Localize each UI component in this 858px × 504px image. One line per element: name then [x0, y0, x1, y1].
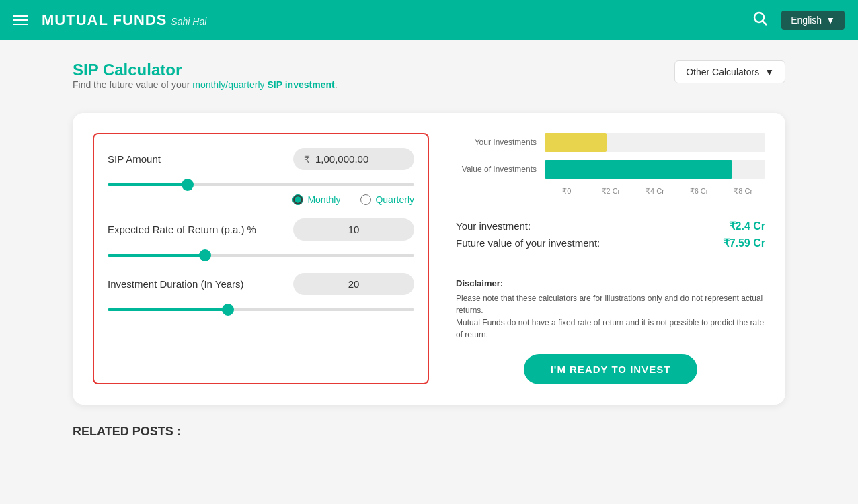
duration-label: Investment Duration (In Years): [108, 278, 244, 290]
other-calculators-button[interactable]: Other Calculators ▼: [674, 60, 785, 83]
disclaimer-title: Disclaimer:: [456, 278, 765, 288]
investments-bar-container: [545, 133, 765, 152]
duration-input[interactable]: [293, 273, 414, 295]
sip-amount-input-box[interactable]: ₹ 1,00,000.00: [293, 148, 414, 170]
related-title: RELATED POSTS :: [73, 425, 181, 438]
investment-result-label: Your investment:: [456, 220, 531, 232]
language-selector[interactable]: English ▼: [781, 11, 845, 30]
rate-slider[interactable]: [108, 254, 414, 257]
dropdown-arrow: ▼: [826, 15, 835, 26]
menu-icon[interactable]: [13, 15, 28, 25]
main-header: MUTUAL FUNDS Sahi Hai English ▼: [0, 0, 858, 40]
value-bar-container: [545, 160, 765, 179]
duration-group: Investment Duration (In Years): [108, 273, 414, 314]
results-section: Your investment: ₹2.4 Cr Future value of…: [456, 220, 765, 253]
disclaimer-line1: Please note that these calculators are f…: [456, 292, 765, 317]
axis-0: ₹0: [545, 187, 589, 196]
language-label: English: [791, 15, 822, 26]
rate-label: Expected Rate of Return (p.a.) %: [108, 224, 256, 235]
dropdown-chevron-icon: ▼: [765, 67, 774, 77]
duration-row: Investment Duration (In Years): [108, 273, 414, 295]
investments-chart-label: Your Investments: [456, 138, 537, 147]
svg-line-1: [763, 22, 767, 26]
calculator-inputs: SIP Amount ₹ 1,00,000.00 Monthly: [93, 133, 429, 384]
rate-row: Expected Rate of Return (p.a.) %: [108, 218, 414, 241]
investments-bar: [545, 133, 607, 152]
search-icon[interactable]: [752, 10, 768, 30]
related-section: RELATED POSTS :: [73, 425, 785, 439]
disclaimer-line2: Mutual Funds do not have a fixed rate of…: [456, 317, 765, 341]
calculator-card: SIP Amount ₹ 1,00,000.00 Monthly: [73, 113, 785, 405]
rate-slider-container: [108, 247, 414, 259]
logo-main-text: MUTUAL FUNDS: [42, 11, 167, 29]
subtitle: Find the future value of your monthly/qu…: [73, 79, 338, 90]
chart-results-panel: Your Investments Value of Investments ₹0…: [456, 133, 765, 384]
sip-amount-value: 1,00,000.00: [315, 153, 368, 165]
disclaimer-section: Disclaimer: Please note that these calcu…: [456, 267, 765, 341]
page-title-area: SIP Calculator Find the future value of …: [73, 60, 338, 106]
monthly-radio[interactable]: [292, 194, 303, 205]
value-bar: [545, 160, 732, 179]
quarterly-label: Quarterly: [375, 194, 414, 205]
invest-button[interactable]: I'M READY TO INVEST: [524, 354, 698, 384]
subtitle-before: Find the future value of your: [73, 79, 192, 90]
rupee-symbol: ₹: [304, 154, 310, 165]
main-content: SIP Calculator Find the future value of …: [59, 40, 799, 459]
value-chart-label: Value of Investments: [456, 165, 537, 174]
subtitle-link: SIP investment: [265, 79, 335, 90]
axis-6cr: ₹6 Cr: [677, 187, 722, 196]
rate-input[interactable]: [293, 218, 414, 241]
svg-point-0: [754, 13, 764, 22]
sip-amount-group: SIP Amount ₹ 1,00,000.00 Monthly: [108, 148, 414, 205]
duration-slider-container: [108, 302, 414, 314]
monthly-radio-label[interactable]: Monthly: [292, 194, 340, 205]
bar-chart: Your Investments Value of Investments ₹0…: [456, 133, 765, 196]
future-result-row: Future value of your investment: ₹7.59 C…: [456, 237, 765, 249]
value-bar-row: Value of Investments: [456, 160, 765, 179]
logo-sub-text: Sahi Hai: [171, 16, 206, 27]
header-right: English ▼: [752, 10, 845, 30]
investment-result-row: Your investment: ₹2.4 Cr: [456, 220, 765, 233]
sip-amount-label: SIP Amount: [108, 153, 161, 165]
axis-2cr: ₹2 Cr: [589, 187, 633, 196]
quarterly-radio-label[interactable]: Quarterly: [360, 194, 414, 205]
other-calculators-label: Other Calculators: [686, 67, 759, 77]
investment-result-value: ₹2.4 Cr: [729, 220, 765, 233]
page-title: SIP Calculator: [73, 60, 338, 79]
rate-group: Expected Rate of Return (p.a.) %: [108, 218, 414, 259]
monthly-label: Monthly: [307, 194, 340, 205]
axis-4cr: ₹4 Cr: [633, 187, 677, 196]
future-result-value: ₹7.59 Cr: [723, 237, 765, 249]
sip-slider-container: [108, 177, 414, 189]
duration-slider[interactable]: [108, 308, 414, 311]
subtitle-after: .: [335, 79, 338, 90]
frequency-radio-group: Monthly Quarterly: [108, 194, 414, 205]
investments-bar-row: Your Investments: [456, 133, 765, 152]
future-result-label: Future value of your investment:: [456, 237, 600, 249]
logo: MUTUAL FUNDS Sahi Hai: [42, 11, 206, 29]
sip-amount-row: SIP Amount ₹ 1,00,000.00: [108, 148, 414, 170]
sip-amount-slider[interactable]: [108, 183, 414, 186]
axis-8cr: ₹8 Cr: [721, 187, 765, 196]
quarterly-radio[interactable]: [360, 194, 371, 205]
page-header: SIP Calculator Find the future value of …: [73, 60, 785, 106]
subtitle-highlight: monthly/quarterly: [192, 79, 264, 90]
chart-axis: ₹0 ₹2 Cr ₹4 Cr ₹6 Cr ₹8 Cr: [456, 187, 765, 196]
